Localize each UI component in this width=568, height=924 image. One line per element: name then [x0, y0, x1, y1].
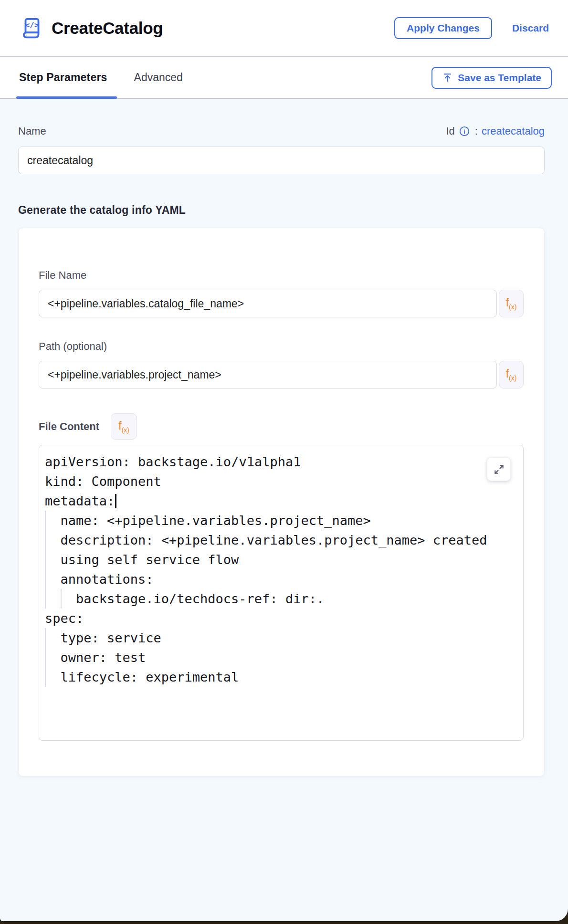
file-name-input[interactable] — [39, 290, 497, 317]
code-line: annotations: — [45, 569, 516, 589]
code-line: using self service flow — [45, 550, 516, 569]
file-content-fx-button[interactable]: f(x) — [111, 413, 137, 440]
tab-advanced[interactable]: Advanced — [131, 57, 186, 98]
code-line: name: <+pipeline.variables.project_name> — [45, 511, 516, 530]
tab-bar: Step Parameters Advanced Save as Templat… — [0, 57, 568, 99]
page-title: CreateCatalog — [52, 19, 163, 38]
tab-step-parameters[interactable]: Step Parameters — [16, 57, 110, 98]
step-parameters-content: Name Id : createcatalog Generate the cat… — [0, 99, 568, 921]
code-line: description: <+pipeline.variables.projec… — [45, 530, 516, 550]
id-label: Id — [446, 125, 454, 137]
script-step-icon: </> — [19, 15, 45, 41]
file-name-row: f(x) — [39, 290, 524, 317]
file-name-label: File Name — [39, 269, 86, 281]
name-id-row: Name Id : createcatalog — [18, 125, 545, 137]
code-line: spec: — [45, 609, 516, 628]
code-line: type: service — [45, 628, 516, 648]
id-separator: : — [475, 125, 478, 137]
step-config-panel: </> CreateCatalog Apply Changes Discard … — [0, 0, 568, 921]
save-as-template-button[interactable]: Save as Template — [431, 67, 552, 89]
fullscreen-expand-icon — [494, 464, 505, 475]
file-name-group: File Name f(x) — [39, 269, 524, 317]
discard-button[interactable]: Discard — [512, 22, 549, 34]
path-group: Path (optional) f(x) — [39, 340, 524, 388]
code-line: metadata: — [45, 491, 516, 511]
fx-icon: f(x) — [506, 296, 517, 311]
path-row: f(x) — [39, 361, 524, 388]
svg-text:</>: </> — [25, 21, 39, 30]
upload-template-icon — [442, 72, 453, 83]
id-display: Id : createcatalog — [446, 125, 545, 137]
tab-step-parameters-label: Step Parameters — [19, 71, 107, 84]
id-value[interactable]: createcatalog — [482, 125, 545, 137]
title-wrap: </> CreateCatalog — [19, 15, 394, 41]
code-line: kind: Component — [45, 472, 516, 491]
apply-changes-button[interactable]: Apply Changes — [394, 17, 492, 39]
code-line: owner: test — [45, 648, 516, 667]
tab-advanced-label: Advanced — [134, 71, 183, 84]
text-cursor — [115, 494, 116, 508]
app-window: </> CreateCatalog Apply Changes Discard … — [0, 0, 568, 924]
expand-editor-button[interactable] — [487, 457, 511, 481]
code-line: apiVersion: backstage.io/v1alpha1 — [45, 452, 516, 472]
file-content-label: File Content — [39, 420, 99, 433]
name-label: Name — [18, 125, 46, 137]
code-line: backstage.io/techdocs-ref: dir:. — [45, 589, 516, 609]
code-content: apiVersion: backstage.io/v1alpha1kind: C… — [45, 452, 516, 687]
path-fx-button[interactable]: f(x) — [499, 361, 524, 388]
name-input[interactable] — [18, 147, 545, 174]
fx-icon: f(x) — [118, 420, 129, 434]
panel-header: </> CreateCatalog Apply Changes Discard — [0, 0, 568, 57]
file-content-header: File Content f(x) — [39, 413, 524, 440]
path-input[interactable] — [39, 361, 497, 388]
save-as-template-label: Save as Template — [458, 72, 541, 84]
file-content-editor[interactable]: apiVersion: backstage.io/v1alpha1kind: C… — [39, 445, 524, 741]
fx-icon: f(x) — [506, 368, 517, 382]
code-line: lifecycle: experimental — [45, 667, 516, 687]
path-label: Path (optional) — [39, 340, 107, 352]
step-form-card: File Name f(x) Path (optional) f(x) — [18, 228, 545, 777]
info-icon[interactable] — [459, 126, 470, 137]
section-title: Generate the catalog info YAML — [18, 204, 545, 217]
file-name-fx-button[interactable]: f(x) — [499, 290, 524, 317]
